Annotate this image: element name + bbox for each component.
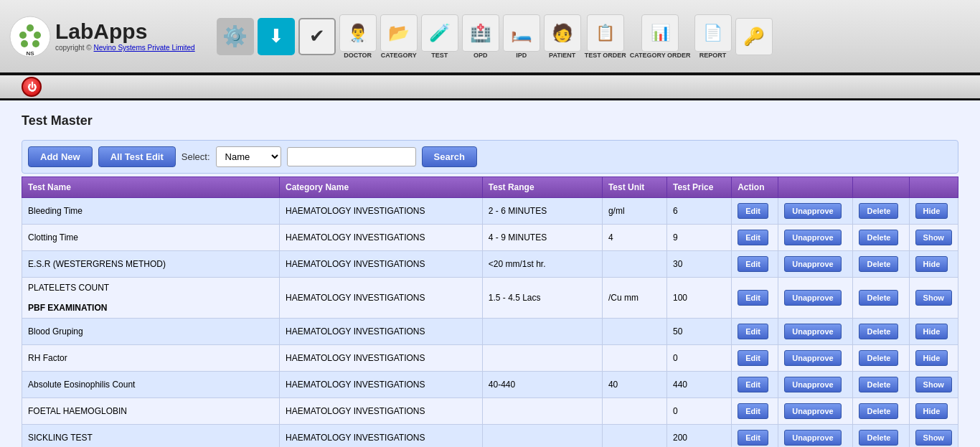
unapprove-button[interactable]: Unapprove	[784, 377, 841, 392]
cell-edit: Edit	[732, 278, 778, 319]
cell-category: HAEMATOLOGY INVESTIGATIONS	[280, 398, 483, 425]
cell-category: HAEMATOLOGY INVESTIGATIONS	[280, 225, 483, 251]
nav-opd[interactable]: 🏥 OPD	[462, 14, 499, 59]
edit-button[interactable]: Edit	[738, 377, 768, 392]
nav-patient[interactable]: 🧑 PATIENT	[544, 14, 581, 59]
edit-button[interactable]: Edit	[738, 324, 768, 339]
nav-category-order[interactable]: 📊 CATEGORY ORDER	[630, 14, 691, 59]
cell-unit	[602, 425, 666, 448]
unapprove-button[interactable]: Unapprove	[784, 403, 841, 419]
show-hide-button[interactable]: Show	[915, 377, 952, 392]
delete-button[interactable]: Delete	[859, 203, 898, 219]
cell-show-hide: Show	[909, 225, 958, 251]
delete-button[interactable]: Delete	[859, 230, 898, 245]
svg-point-5	[32, 40, 39, 47]
edit-button[interactable]: Edit	[738, 403, 768, 419]
cell-edit: Edit	[732, 319, 778, 345]
cell-delete: Delete	[853, 372, 909, 398]
settings-icon[interactable]: ⚙️	[217, 18, 254, 55]
cell-delete: Delete	[853, 198, 909, 225]
show-hide-button[interactable]: Show	[915, 230, 952, 245]
nav-ipd[interactable]: 🛏️ IPD	[503, 14, 540, 59]
search-button[interactable]: Search	[422, 146, 477, 167]
cell-unit	[602, 345, 666, 372]
download-icon[interactable]: ⬇	[258, 18, 295, 55]
power-button[interactable]: ⏻	[22, 77, 42, 97]
table-row: RH Factor HAEMATOLOGY INVESTIGATIONS 0 E…	[22, 345, 958, 372]
delete-button[interactable]: Delete	[859, 350, 898, 366]
show-hide-button[interactable]: Hide	[915, 403, 948, 419]
cell-test-name: Blood Gruping	[22, 319, 280, 345]
show-hide-button[interactable]: Hide	[915, 256, 948, 272]
nav-test-order[interactable]: 📋 TEST ORDER	[585, 14, 626, 59]
unapprove-button[interactable]: Unapprove	[784, 203, 841, 219]
cell-unapprove: Unapprove	[778, 319, 853, 345]
col-action: Action	[732, 177, 778, 198]
table-row: SICKLING TEST HAEMATOLOGY INVESTIGATIONS…	[22, 425, 958, 448]
cell-range	[482, 319, 602, 345]
edit-button[interactable]: Edit	[738, 350, 768, 366]
unapprove-button[interactable]: Unapprove	[784, 430, 841, 446]
edit-button[interactable]: Edit	[738, 290, 768, 306]
edit-button[interactable]: Edit	[738, 430, 768, 446]
delete-button[interactable]: Delete	[859, 290, 898, 306]
nav-category-order-label: CATEGORY ORDER	[630, 52, 691, 59]
nav-ipd-label: IPD	[516, 52, 527, 59]
copyright-link[interactable]: Nevino Systems Private Limited	[94, 44, 195, 52]
show-hide-button[interactable]: Show	[915, 430, 952, 446]
delete-button[interactable]: Delete	[859, 430, 898, 446]
cell-price: 100	[666, 278, 731, 319]
nav-category[interactable]: 📂 CATEGORY	[380, 14, 418, 59]
cell-test-name: RH Factor	[22, 345, 280, 372]
cell-unit: 40	[602, 372, 666, 398]
nav-doctor[interactable]: 👨‍⚕️ DOCTOR	[339, 14, 377, 59]
svg-point-2	[19, 32, 27, 39]
unapprove-button[interactable]: Unapprove	[784, 290, 841, 306]
show-hide-button[interactable]: Hide	[915, 324, 948, 339]
delete-button[interactable]: Delete	[859, 377, 898, 392]
nav-test[interactable]: 🧪 TEST	[421, 14, 458, 59]
delete-button[interactable]: Delete	[859, 324, 898, 339]
unapprove-button[interactable]: Unapprove	[784, 324, 841, 339]
unapprove-button[interactable]: Unapprove	[784, 230, 841, 245]
add-new-button[interactable]: Add New	[28, 146, 93, 167]
nav-category-label: CATEGORY	[381, 52, 417, 59]
cell-unapprove: Unapprove	[778, 345, 853, 372]
nav-report[interactable]: 📄 REPORT	[694, 14, 732, 59]
logo: NS	[9, 15, 52, 58]
nav-test-order-label: TEST ORDER	[585, 52, 626, 59]
nav-report-label: REPORT	[699, 52, 727, 59]
cell-unapprove: Unapprove	[778, 398, 853, 425]
toolbar: Add New All Test Edit Select: Name Categ…	[22, 140, 958, 174]
page-title: Test Master	[22, 113, 958, 128]
show-hide-button[interactable]: Hide	[915, 203, 948, 219]
all-test-edit-button[interactable]: All Test Edit	[98, 146, 176, 167]
cell-unapprove: Unapprove	[778, 198, 853, 225]
delete-button[interactable]: Delete	[859, 256, 898, 272]
unapprove-button[interactable]: Unapprove	[784, 256, 841, 272]
show-hide-button[interactable]: Show	[915, 290, 952, 306]
cell-unit: g/ml	[602, 198, 666, 225]
cell-test-name: PLATELETS COUNT PBF EXAMINATION	[22, 278, 280, 319]
edit-button[interactable]: Edit	[738, 256, 768, 272]
cell-range: <20 mm/1st hr.	[482, 251, 602, 278]
cell-unapprove: Unapprove	[778, 251, 853, 278]
search-input[interactable]	[287, 147, 416, 166]
cell-unit: /Cu mm	[602, 278, 666, 319]
show-hide-button[interactable]: Hide	[915, 350, 948, 366]
cell-delete: Delete	[853, 225, 909, 251]
nav-patient-label: PATIENT	[549, 52, 575, 59]
edit-button[interactable]: Edit	[738, 230, 768, 245]
cell-unapprove: Unapprove	[778, 372, 853, 398]
col-test-price: Test Price	[666, 177, 731, 198]
select-field[interactable]: Name Category	[216, 146, 281, 167]
approve-icon[interactable]: ✔	[298, 18, 336, 55]
unapprove-button[interactable]: Unapprove	[784, 350, 841, 366]
cell-range: 1.5 - 4.5 Lacs	[482, 278, 602, 319]
key-icon[interactable]: 🔑	[735, 18, 773, 55]
cell-delete: Delete	[853, 319, 909, 345]
cell-price: 30	[666, 251, 731, 278]
cell-price: 50	[666, 319, 731, 345]
edit-button[interactable]: Edit	[738, 203, 768, 219]
delete-button[interactable]: Delete	[859, 403, 898, 419]
